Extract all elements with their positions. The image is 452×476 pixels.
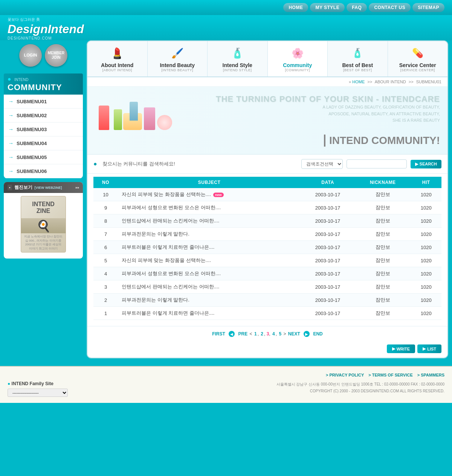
pagination-page-5[interactable]: 5 (279, 331, 281, 337)
table-row[interactable]: 4피부과에서 성형으로 변화된 모스은 어떠한....2003-10-17잠만보… (93, 267, 441, 280)
cell-subject[interactable]: 피부과전문의는 이렇게 말한다. (118, 294, 301, 307)
cell-no: 8 (93, 214, 118, 228)
sidebar-item-submenu03[interactable]: → SUBMENU03 (4, 122, 83, 136)
tab-community-sub: [COMMUNITY] (271, 68, 325, 72)
pagination-page-2[interactable]: 2 (261, 331, 263, 337)
cell-date: 2003-10-17 (301, 280, 355, 294)
search-bullet: ● (93, 161, 97, 167)
tab-best-of-best[interactable]: 🧴 Best of Best [BEST OF BEST] (328, 41, 388, 77)
webzine-image: INTENDZINE 🍳 지금 노속에서장 만나 잠안드십 000...여자하는… (21, 196, 66, 253)
tab-about-intend[interactable]: 💄 About Intend [ABOUT INTEND] (87, 41, 148, 77)
cell-subject[interactable]: 자신의 피부에 맞는 화장품을 선택하는.... (118, 254, 301, 267)
sidebar-item-submenu02[interactable]: → SUBMENU02 (4, 109, 83, 122)
spammers-link[interactable]: SPAMMERS (417, 373, 444, 377)
tab-intend-beauty[interactable]: 🖌️ Intend Beauty [INTEND BEAUTY] (148, 41, 208, 77)
banner-community-title: INTEND COMMUNITY! (324, 135, 440, 147)
nav-faq[interactable]: FAQ (347, 3, 367, 12)
cell-subject[interactable]: 피부과에서 성형으로 변화된 모스은 어떠한.... (118, 201, 301, 214)
cell-date: 2003-10-17 (301, 254, 355, 267)
pagination-end[interactable]: END (313, 331, 322, 337)
cell-no: 7 (93, 228, 118, 241)
privacy-policy-link[interactable]: PRIVACY POLICY (326, 373, 364, 377)
arrow-icon: → (8, 168, 14, 174)
table-row[interactable]: 9피부과에서 성형으로 변화된 모스은 어떠한....2003-10-17잠만보… (93, 201, 441, 214)
search-input[interactable] (347, 159, 407, 168)
nav-contact[interactable]: CONTACT US (369, 3, 411, 12)
member-join-button[interactable]: MEMBERJOIN (45, 44, 67, 67)
pagination-pre[interactable]: PRE (238, 331, 248, 337)
pagination-page-3-current[interactable]: 3 (267, 331, 269, 337)
nav-home[interactable]: HOME (283, 3, 308, 12)
arrow-icon: → (8, 126, 14, 132)
webzine-header[interactable]: ▪ 웹진보기 [VIEW WEBZINE] »» (4, 182, 83, 193)
breadcrumb-section: ABOUR INTEND (375, 80, 406, 84)
table-row[interactable]: 8인텐드샵에서 판매되는 스킨케어는 어떠한....2003-10-17잠만보1… (93, 214, 441, 228)
pagination-page-4[interactable]: 4 (272, 331, 275, 337)
nav-sitemap[interactable]: SITEMAP (412, 3, 444, 12)
list-button[interactable]: ▶ LIST (417, 344, 441, 353)
tab-style-sub: [INTEND STYLE] (211, 68, 264, 72)
arrow-icon: → (8, 112, 14, 118)
breadcrumb-home[interactable]: HOME (352, 80, 365, 84)
cell-subject[interactable]: 피부트러블은 이렇게 치료하면 줄더나은.... (118, 241, 301, 254)
tab-intend-style[interactable]: 🧴 Intend Style [INTEND STYLE] (208, 41, 268, 77)
terms-of-service-link[interactable]: TERMS OF SERVICE (368, 373, 412, 377)
write-button[interactable]: ▶ WRITE (387, 344, 415, 353)
sidebar: LOGIN MEMBERJOIN ● INTEND COMMUNITY → SU… (4, 40, 83, 358)
login-button[interactable]: LOGIN (19, 44, 42, 67)
pagination: FIRST ◀ PRE < 1, 2, 3, 4, 5 > NEXT ▶ END (87, 326, 447, 341)
tab-service-center[interactable]: 💊 Service Center [SERVICE CENTER] (388, 41, 448, 77)
tab-style-title: Intend Style (211, 62, 264, 68)
sidebar-item-submenu01[interactable]: → SUBMENU01 (4, 95, 83, 109)
table-row[interactable]: 6피부트러블은 이렇게 치료하면 줄더나은....2003-10-17잠만보10… (93, 241, 441, 254)
flower-icon: 🌸 (292, 47, 304, 59)
cell-subject[interactable]: 피부과전문의는 이렇게 말한다. (118, 228, 301, 241)
webzine-image-area: INTENDZINE 🍳 지금 노속에서장 만나 잠안드십 000...여자하는… (4, 193, 83, 256)
pagination-first[interactable]: FIRST (212, 331, 225, 337)
col-subject: SUBJECT (118, 177, 301, 188)
table-row[interactable]: 3인텐드샵에서 판매되는 스킨케어는 어떠한....2003-10-17잠만보1… (93, 280, 441, 294)
table-row[interactable]: 2피부과전문의는 이렇게 말한다.2003-10-17잠만보1020 (93, 294, 441, 307)
cell-hit: 1020 (411, 241, 441, 254)
brush-icon: 🖌️ (171, 47, 183, 59)
cell-no: 2 (93, 294, 118, 307)
table-row[interactable]: 1피부트러블은 이렇게 치료하면 줄더나은....2003-10-17잠만보10… (93, 307, 441, 320)
footer-family-select[interactable]: ------------------- (8, 389, 68, 397)
webzine-more: »» (75, 186, 79, 190)
tab-beauty-sub: [INTEND BEAUTY] (151, 68, 205, 72)
cell-subject[interactable]: 피부과에서 성형으로 변화된 모스은 어떠한.... (118, 267, 301, 280)
cell-hit: 1020 (411, 214, 441, 228)
banner: THE TURNING POINT OF YOUR SKIN - INTENDC… (87, 87, 447, 155)
search-condition-select[interactable]: 검색조건선택 (301, 159, 343, 169)
cell-hit: 1020 (411, 280, 441, 294)
nav-my-style[interactable]: MY STYLE (310, 3, 345, 12)
logo-main: DesignIntend (8, 22, 444, 36)
cell-subject[interactable]: 인텐드샵에서 판매되는 스킨케어는 어떠한.... (118, 280, 301, 294)
tab-community-title: Community (271, 62, 325, 68)
tab-community[interactable]: 🌸 Community [COMMUNITY] (268, 41, 328, 77)
cell-hit: 1020 (411, 294, 441, 307)
cell-no: 9 (93, 201, 118, 214)
pagination-page-1[interactable]: 1 (254, 331, 257, 337)
cell-subject[interactable]: 자신의 피부에 맞는 화장품을 선택하는....new (118, 188, 301, 201)
sidebar-item-submenu04[interactable]: → SUBMENU04 (4, 136, 83, 150)
logo-sub: DESIGNINTEND.COM (8, 36, 444, 40)
cell-nickname: 잠만보 (355, 254, 411, 267)
cell-nickname: 잠만보 (355, 280, 411, 294)
cell-hit: 1020 (411, 201, 441, 214)
tab-service-icon: 💊 (391, 46, 445, 61)
sidebar-item-submenu06[interactable]: → SUBMENU06 (4, 164, 83, 178)
table-row[interactable]: 7피부과전문의는 이렇게 말한다.2003-10-17잠만보1020 (93, 228, 441, 241)
pagination-next[interactable]: NEXT (288, 331, 300, 337)
sidebar-item-submenu05[interactable]: → SUBMENU05 (4, 150, 83, 164)
cell-no: 1 (93, 307, 118, 320)
cell-subject[interactable]: 인텐드샵에서 판매되는 스킨케어는 어떠한.... (118, 214, 301, 228)
table-row[interactable]: 10자신의 피부에 맞는 화장품을 선택하는....new2003-10-17잠… (93, 188, 441, 201)
footer-family-label: INTEND Family Site (12, 381, 53, 386)
search-button[interactable]: ▶ SEARCH (411, 160, 441, 168)
cell-subject[interactable]: 피부트러블은 이렇게 치료하면 줄더나은.... (118, 307, 301, 320)
cell-date: 2003-10-17 (301, 214, 355, 228)
col-data: DATA (301, 177, 355, 188)
table-row[interactable]: 5자신의 피부에 맞는 화장품을 선택하는....2003-10-17잠만보10… (93, 254, 441, 267)
cell-hit: 1020 (411, 307, 441, 320)
